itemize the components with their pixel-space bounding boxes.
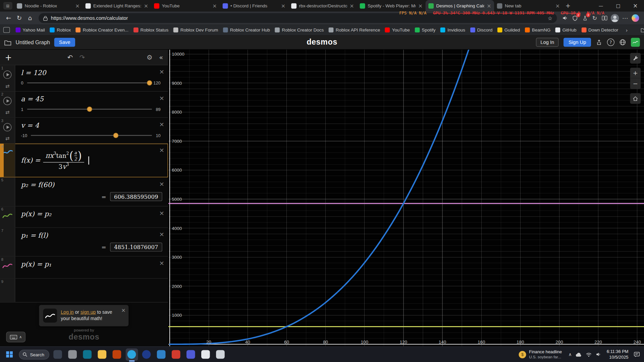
desmos-logo[interactable]: desmos	[307, 38, 337, 47]
slider-min-label[interactable]: 1	[21, 107, 23, 112]
graph-paper[interactable]: 2040608010012014016018020022024010002000…	[168, 50, 644, 346]
bookmark-item[interactable]: Spotify	[412, 26, 438, 34]
taskbar-app-icon[interactable]	[52, 348, 64, 361]
browser-tab[interactable]: Noodle - Roblox ×	[14, 0, 83, 11]
browser-tab[interactable]: Desmos | Graphing Calcul... ×	[426, 0, 494, 11]
taskbar-app-icon[interactable]	[81, 348, 94, 361]
expression-row-7[interactable]: 7 p₁ = f(l) = 4851.10876007 ×	[0, 228, 168, 257]
open-graph-folder-icon[interactable]	[4, 39, 11, 45]
bookmark-item[interactable]: BeamNG	[523, 26, 553, 34]
bookmark-item[interactable]: Roblox API Reference	[326, 26, 383, 34]
tab-close-icon[interactable]: ×	[487, 3, 491, 9]
play-icon[interactable]	[3, 123, 11, 131]
taskbar-app-icon[interactable]	[126, 348, 138, 361]
expression-row-9-empty[interactable]: 9	[0, 279, 168, 302]
redo-icon[interactable]: ↷	[79, 53, 85, 61]
taskbar-app-icon[interactable]	[170, 348, 182, 361]
minimize-button[interactable]: —	[592, 0, 609, 11]
tab-close-icon[interactable]: ×	[555, 3, 560, 9]
slider-loop-icon[interactable]: ⇄	[5, 110, 9, 115]
signup-button[interactable]: Sign Up	[564, 38, 591, 47]
remove-expression-icon[interactable]: ×	[159, 180, 164, 188]
expression-gutter[interactable]: 6	[0, 206, 15, 227]
bookmark-star-icon[interactable]: ☆	[548, 15, 552, 21]
bookmark-item[interactable]: Invidious	[438, 26, 468, 34]
notifications-icon[interactable]	[634, 352, 640, 357]
expression-latex[interactable]: p(x) = p₁	[21, 260, 162, 268]
slider-loop-icon[interactable]: ⇄	[5, 83, 9, 89]
play-icon[interactable]	[3, 97, 11, 105]
taskbar-app-icon[interactable]	[155, 348, 168, 361]
remove-expression-icon[interactable]: ×	[159, 146, 164, 154]
bookmark-item[interactable]: Roblox Creator Docs	[272, 26, 326, 34]
taskbar-app-icon[interactable]	[141, 348, 153, 361]
home-icon[interactable]: ⌂	[24, 13, 35, 23]
expression-row-8[interactable]: 8 p(x) = p₁ ×	[0, 256, 168, 279]
remove-expression-icon[interactable]: ×	[159, 231, 164, 238]
bookmark-item[interactable]: Yahoo Mail	[13, 26, 47, 34]
undo-icon[interactable]: ↶	[67, 53, 73, 61]
add-expression-icon[interactable]: +	[5, 52, 16, 62]
bookmark-item[interactable]: YouTube	[383, 26, 412, 34]
tab-close-icon[interactable]: ×	[75, 3, 79, 9]
bookmark-item[interactable]: Roblox Creator Hub	[220, 26, 272, 34]
expression-latex[interactable]: l = 120	[21, 69, 162, 77]
slider-max-label[interactable]: 89	[156, 107, 160, 112]
share-icon[interactable]	[596, 39, 602, 45]
volume-icon[interactable]	[596, 352, 601, 357]
address-bar[interactable]: https://www.desmos.com/calculator ☆	[39, 13, 557, 23]
browser-tab[interactable]: rbx-destructor/Destructor... ×	[288, 0, 357, 11]
maximize-button[interactable]: □	[609, 0, 627, 11]
login-link[interactable]: Log in	[61, 309, 73, 314]
expression-gutter[interactable]: 8	[0, 256, 15, 278]
back-icon[interactable]: ←	[3, 13, 14, 23]
bookmarks-panel-icon[interactable]	[3, 27, 10, 33]
slider-loop-icon[interactable]: ⇄	[5, 135, 9, 141]
slider-thumb[interactable]	[148, 81, 152, 85]
tab-close-icon[interactable]: ×	[212, 3, 217, 9]
other-favorites[interactable]: Other favorites	[638, 27, 644, 33]
slider-track[interactable]	[27, 109, 152, 109]
expression-gutter[interactable]: 9	[0, 279, 15, 302]
expression-gutter[interactable]: 2 ⇄	[0, 92, 15, 117]
bookmark-item[interactable]: Guilded	[495, 26, 523, 34]
taskbar-app-icon[interactable]	[200, 348, 212, 361]
taskbar-app-icon[interactable]	[111, 348, 123, 361]
remove-expression-icon[interactable]: ×	[159, 68, 164, 75]
expression-row-6[interactable]: 6 p(x) = p₂ ×	[0, 206, 168, 228]
browser-tab[interactable]: YouTube ×	[151, 0, 220, 11]
tab-list-icon[interactable]: ⊞	[3, 2, 12, 9]
expression-latex[interactable]: a = 45	[21, 95, 162, 103]
browser-tab[interactable]: Spotify - Web Player: Mus... ×	[357, 0, 425, 11]
cloud-icon[interactable]	[576, 352, 582, 357]
refresh-icon[interactable]: ↻	[14, 13, 25, 23]
sync-icon[interactable]: ↻	[590, 13, 599, 23]
browser-tab[interactable]: New tab ×	[494, 0, 562, 11]
shield-icon[interactable]: 2	[570, 13, 580, 23]
news-widget[interactable]: $ Finance headline U.S. soybean far...	[516, 349, 564, 360]
expression-formula[interactable]: f(x) = πx3tan2(a2) 3v3	[21, 150, 162, 171]
expression-gutter[interactable]: 5	[0, 177, 15, 206]
expression-latex[interactable]: p(x) = p₂	[21, 210, 162, 218]
expression-row-5[interactable]: 5 p₂ = f(60) = 606.388595009 ×	[0, 177, 168, 206]
save-button[interactable]: Save	[54, 38, 75, 47]
zoom-in-icon[interactable]: +	[630, 68, 641, 78]
accessibility-app-icon[interactable]	[631, 38, 640, 47]
wifi-icon[interactable]	[586, 352, 592, 357]
extension-icon[interactable]: 3	[580, 13, 590, 23]
split-screen-icon[interactable]	[600, 13, 609, 23]
profile-avatar[interactable]	[611, 14, 619, 22]
slider-track[interactable]	[27, 82, 150, 83]
graph-title[interactable]: Untitled Graph	[16, 39, 50, 45]
remove-expression-icon[interactable]: ×	[159, 209, 164, 217]
expression-gutter[interactable]: 4	[0, 144, 15, 177]
tab-close-icon[interactable]: ×	[350, 3, 354, 9]
bookmark-item[interactable]: Discord	[468, 26, 495, 34]
graph-canvas[interactable]: 2040608010012014016018020022024010002000…	[168, 50, 644, 346]
expression-row-4-selected[interactable]: 4 f(x) = πx3tan2(a2)	[0, 144, 168, 177]
slider-min-label[interactable]: -10	[21, 133, 27, 138]
bookmark-item[interactable]: Roblox	[47, 26, 73, 34]
remove-expression-icon[interactable]: ×	[159, 95, 164, 102]
close-window-button[interactable]: ×	[627, 0, 644, 11]
expression-gutter[interactable]: 7	[0, 228, 15, 256]
